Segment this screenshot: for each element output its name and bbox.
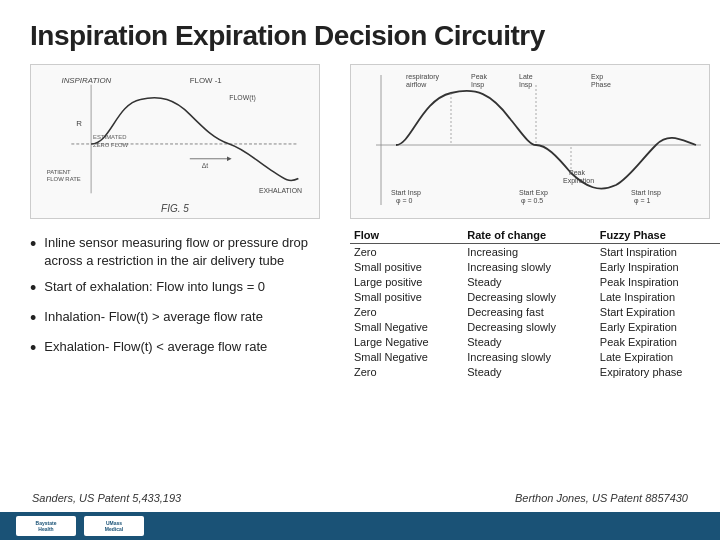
slide-container: Inspiration Expiration Decision Circuitr… bbox=[0, 0, 720, 540]
svg-text:Late: Late bbox=[519, 73, 533, 80]
right-panel: respiratory airflow Peak Insp Late Insp … bbox=[350, 64, 720, 404]
bullet-4: • Exhalation- Flow(t) < average flow rat… bbox=[30, 338, 340, 360]
table-cell-6-2: Peak Expiration bbox=[596, 334, 720, 349]
svg-text:Insp: Insp bbox=[519, 81, 532, 89]
table-cell-5-0: Small Negative bbox=[350, 319, 463, 334]
bullet-text-4: Exhalation- Flow(t) < average flow rate bbox=[44, 338, 267, 356]
logo-area: BaystateHealth UMassMedical bbox=[16, 516, 144, 536]
right-citation: Berthon Jones, US Patent 8857430 bbox=[515, 492, 688, 504]
svg-text:Δt: Δt bbox=[202, 162, 209, 169]
table-cell-5-1: Decreasing slowly bbox=[463, 319, 596, 334]
svg-text:Phase: Phase bbox=[591, 81, 611, 88]
table-row: Large NegativeSteadyPeak Expiration bbox=[350, 334, 720, 349]
table-row: Small positiveDecreasing slowlyLate Insp… bbox=[350, 289, 720, 304]
bullet-1: • Inline sensor measuring flow or pressu… bbox=[30, 234, 340, 270]
fig5-label: FIG. 5 bbox=[161, 203, 189, 214]
table-cell-4-1: Decreasing fast bbox=[463, 304, 596, 319]
svg-text:φ = 0: φ = 0 bbox=[396, 197, 413, 205]
svg-text:airflow: airflow bbox=[406, 81, 427, 88]
table-cell-2-2: Peak Inspiration bbox=[596, 274, 720, 289]
table-row: Large positiveSteadyPeak Inspiration bbox=[350, 274, 720, 289]
svg-text:INSPIRATION: INSPIRATION bbox=[61, 76, 111, 85]
fig5-svg: INSPIRATION FLOW -1 ESTIMATED ZERO bbox=[31, 65, 319, 218]
left-panel: INSPIRATION FLOW -1 ESTIMATED ZERO bbox=[30, 64, 340, 404]
svg-text:Insp: Insp bbox=[471, 81, 484, 89]
table-cell-8-0: Zero bbox=[350, 364, 463, 379]
baystate-logo-text: BaystateHealth bbox=[36, 520, 57, 532]
table-cell-3-2: Late Inspiration bbox=[596, 289, 720, 304]
bullet-dot-2: • bbox=[30, 278, 36, 300]
table-row: Small NegativeDecreasing slowlyEarly Exp… bbox=[350, 319, 720, 334]
table-cell-1-1: Increasing slowly bbox=[463, 259, 596, 274]
table-cell-6-1: Steady bbox=[463, 334, 596, 349]
table-row: ZeroDecreasing fastStart Expiration bbox=[350, 304, 720, 319]
table-row: ZeroSteadyExpiratory phase bbox=[350, 364, 720, 379]
table-area: Flow Rate of change Fuzzy Phase ZeroIncr… bbox=[350, 227, 720, 404]
content-area: INSPIRATION FLOW -1 ESTIMATED ZERO bbox=[30, 64, 690, 404]
bullet-text-2: Start of exhalation: Flow into lungs = 0 bbox=[44, 278, 265, 296]
table-cell-7-0: Small Negative bbox=[350, 349, 463, 364]
col-header-phase: Fuzzy Phase bbox=[596, 227, 720, 244]
right-diagram-svg: respiratory airflow Peak Insp Late Insp … bbox=[351, 65, 710, 219]
svg-text:Exp: Exp bbox=[591, 73, 603, 81]
table-cell-3-0: Small positive bbox=[350, 289, 463, 304]
bullet-3: • Inhalation- Flow(t) > average flow rat… bbox=[30, 308, 340, 330]
bullet-text-3: Inhalation- Flow(t) > average flow rate bbox=[44, 308, 263, 326]
left-citation: Sanders, US Patent 5,433,193 bbox=[32, 492, 181, 504]
svg-text:FLOW RATE: FLOW RATE bbox=[47, 176, 81, 182]
bullet-dot-3: • bbox=[30, 308, 36, 330]
baystate-logo: BaystateHealth bbox=[16, 516, 76, 536]
table-cell-6-0: Large Negative bbox=[350, 334, 463, 349]
svg-text:Start Insp: Start Insp bbox=[631, 189, 661, 197]
table-cell-1-2: Early Inspiration bbox=[596, 259, 720, 274]
svg-text:FLOW(t): FLOW(t) bbox=[229, 94, 255, 102]
svg-text:EXHALATION: EXHALATION bbox=[259, 187, 302, 194]
table-cell-1-0: Small positive bbox=[350, 259, 463, 274]
svg-text:φ = 0.5: φ = 0.5 bbox=[521, 197, 543, 205]
svg-text:ESTIMATED: ESTIMATED bbox=[93, 134, 126, 140]
svg-rect-0 bbox=[32, 65, 318, 218]
table-cell-7-2: Late Expiration bbox=[596, 349, 720, 364]
svg-text:φ = 1: φ = 1 bbox=[634, 197, 651, 205]
svg-text:Start Insp: Start Insp bbox=[391, 189, 421, 197]
svg-text:R: R bbox=[76, 119, 82, 128]
table-row: Small NegativeIncreasing slowlyLate Expi… bbox=[350, 349, 720, 364]
table-cell-0-1: Increasing bbox=[463, 244, 596, 260]
page-title: Inspiration Expiration Decision Circuitr… bbox=[30, 20, 690, 52]
table-cell-7-1: Increasing slowly bbox=[463, 349, 596, 364]
table-cell-5-2: Early Expiration bbox=[596, 319, 720, 334]
table-header-row: Flow Rate of change Fuzzy Phase bbox=[350, 227, 720, 244]
right-diagram-container: respiratory airflow Peak Insp Late Insp … bbox=[350, 64, 710, 219]
table-cell-3-1: Decreasing slowly bbox=[463, 289, 596, 304]
table-cell-4-0: Zero bbox=[350, 304, 463, 319]
table-cell-0-2: Start Inspiration bbox=[596, 244, 720, 260]
table-row: Small positiveIncreasing slowlyEarly Ins… bbox=[350, 259, 720, 274]
svg-text:Peak: Peak bbox=[471, 73, 487, 80]
svg-text:Expiration: Expiration bbox=[563, 177, 594, 185]
bullet-2: • Start of exhalation: Flow into lungs =… bbox=[30, 278, 340, 300]
data-table: Flow Rate of change Fuzzy Phase ZeroIncr… bbox=[350, 227, 720, 379]
fig5-diagram: INSPIRATION FLOW -1 ESTIMATED ZERO bbox=[31, 65, 319, 218]
svg-text:FLOW -1: FLOW -1 bbox=[190, 76, 222, 85]
citations-row: Sanders, US Patent 5,433,193 Berthon Jon… bbox=[30, 492, 690, 504]
umass-logo: UMassMedical bbox=[84, 516, 144, 536]
svg-text:ZERO FLOW: ZERO FLOW bbox=[93, 142, 129, 148]
bullet-text-1: Inline sensor measuring flow or pressure… bbox=[44, 234, 340, 270]
svg-text:PATIENT: PATIENT bbox=[47, 169, 71, 175]
table-cell-2-0: Large positive bbox=[350, 274, 463, 289]
umass-logo-text: UMassMedical bbox=[105, 520, 123, 532]
bullet-dot-4: • bbox=[30, 338, 36, 360]
table-cell-8-1: Steady bbox=[463, 364, 596, 379]
fig5-diagram-container: INSPIRATION FLOW -1 ESTIMATED ZERO bbox=[30, 64, 320, 219]
table-cell-2-1: Steady bbox=[463, 274, 596, 289]
svg-text:Start Exp: Start Exp bbox=[519, 189, 548, 197]
bullets-area: • Inline sensor measuring flow or pressu… bbox=[30, 229, 340, 404]
svg-text:respiratory: respiratory bbox=[406, 73, 440, 81]
col-header-rate: Rate of change bbox=[463, 227, 596, 244]
table-row: ZeroIncreasingStart Inspiration bbox=[350, 244, 720, 260]
table-cell-8-2: Expiratory phase bbox=[596, 364, 720, 379]
col-header-flow: Flow bbox=[350, 227, 463, 244]
bullet-dot-1: • bbox=[30, 234, 36, 256]
table-cell-4-2: Start Expiration bbox=[596, 304, 720, 319]
table-cell-0-0: Zero bbox=[350, 244, 463, 260]
